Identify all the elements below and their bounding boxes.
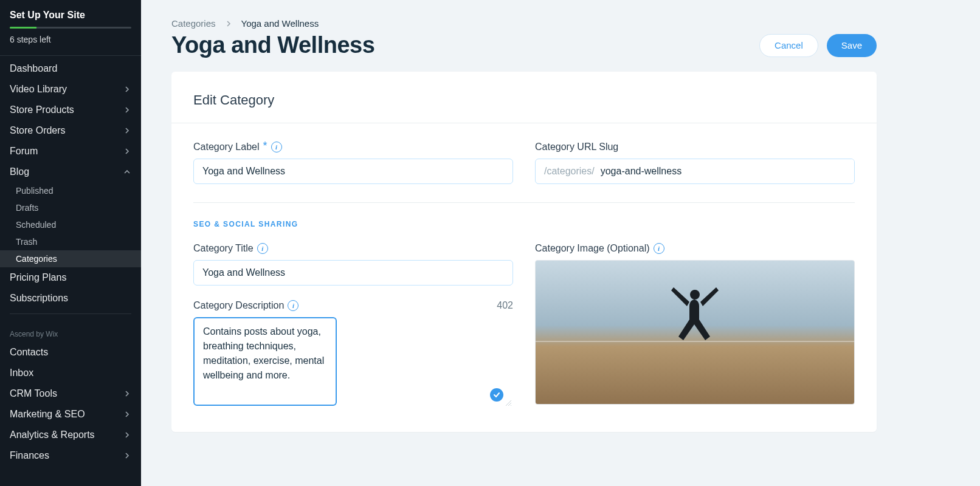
header-actions: Cancel Save (759, 34, 877, 57)
chevron-right-icon (224, 20, 233, 27)
char-count: 402 (497, 300, 513, 311)
info-icon[interactable]: i (654, 243, 664, 254)
info-icon[interactable]: i (288, 300, 298, 311)
sidebar-item-video-library[interactable]: Video Library (0, 79, 141, 100)
setup-steps-left: 6 steps left (10, 35, 131, 44)
chevron-right-icon (123, 126, 131, 135)
field-category-label: Category Label * i (193, 142, 513, 184)
category-slug-input[interactable] (601, 159, 854, 183)
sidebar-sub-label: Trash (16, 237, 37, 247)
setup-progress-track (10, 27, 131, 29)
sidebar-item-subscriptions[interactable]: Subscriptions (0, 288, 141, 309)
category-slug-label: Category URL Slug (535, 142, 855, 152)
sidebar-sub-label: Drafts (16, 203, 38, 213)
sidebar-item-label: Blog (10, 166, 29, 177)
category-label-input[interactable] (193, 159, 513, 184)
breadcrumb: Categories Yoga and Wellness (171, 18, 877, 29)
sidebar-item-label: Subscriptions (10, 293, 68, 304)
chevron-up-icon (123, 168, 131, 176)
sidebar-section-ascend-label: Ascend by Wix (0, 319, 141, 342)
field-label-text: Category Title (193, 243, 254, 254)
sidebar-item-label: Store Orders (10, 125, 66, 136)
card-divider (171, 123, 877, 123)
sidebar-item-pricing-plans[interactable]: Pricing Plans (0, 267, 141, 288)
sidebar-item-label: Forum (10, 146, 38, 157)
slug-prefix: /categories/ (536, 166, 601, 177)
required-asterisk: * (263, 140, 267, 151)
sidebar-sub-label: Published (16, 186, 53, 196)
field-label-text: Category Description (193, 300, 284, 311)
category-title-input[interactable] (193, 260, 513, 286)
setup-title: Set Up Your Site (10, 10, 131, 21)
chevron-right-icon (123, 451, 131, 460)
chevron-right-icon (123, 147, 131, 156)
chevron-right-icon (123, 85, 131, 94)
chevron-right-icon (123, 410, 131, 419)
sidebar-item-forum[interactable]: Forum (0, 141, 141, 162)
field-category-description: Category Description i 402 (193, 300, 513, 408)
sidebar-item-analytics-reports[interactable]: Analytics & Reports (0, 425, 141, 445)
edit-category-card: Edit Category Category Label * i Categor… (171, 72, 877, 432)
sidebar-item-label: Video Library (10, 84, 67, 95)
info-icon[interactable]: i (257, 243, 268, 254)
sidebar-item-label: Pricing Plans (10, 272, 66, 283)
main-content: Categories Yoga and Wellness Yoga and We… (141, 0, 980, 486)
sidebar-sub-trash[interactable]: Trash (0, 233, 141, 250)
seo-section-heading: SEO & SOCIAL SHARING (193, 220, 855, 228)
valid-check-icon (490, 388, 503, 402)
page-title: Yoga and Wellness (171, 32, 374, 58)
sidebar-item-blog[interactable]: Blog (0, 162, 141, 182)
sidebar-item-dashboard[interactable]: Dashboard (0, 58, 141, 79)
sidebar-divider (10, 313, 131, 314)
field-label-text: Category URL Slug (535, 142, 618, 152)
svg-point-0 (690, 290, 700, 299)
cancel-button[interactable]: Cancel (759, 34, 818, 57)
sidebar-item-label: Analytics & Reports (10, 430, 95, 440)
setup-progress-box[interactable]: Set Up Your Site 6 steps left (0, 0, 141, 56)
info-icon[interactable]: i (271, 142, 282, 152)
sidebar-item-label: Inbox (10, 368, 33, 378)
sidebar-item-label: Dashboard (10, 63, 57, 74)
category-description-label-row: Category Description i 402 (193, 300, 513, 311)
sidebar: Set Up Your Site 6 steps left Dashboard … (0, 0, 141, 486)
field-label-text: Category Image (Optional) (535, 243, 650, 254)
sidebar-item-label: Marketing & SEO (10, 409, 85, 420)
slug-input-wrap[interactable]: /categories/ (535, 159, 855, 184)
card-divider (193, 202, 855, 203)
sidebar-item-label: Contacts (10, 347, 48, 358)
sidebar-sub-published[interactable]: Published (0, 182, 141, 199)
breadcrumb-current: Yoga and Wellness (241, 18, 319, 29)
category-title-label: Category Title i (193, 243, 513, 254)
sidebar-sub-drafts[interactable]: Drafts (0, 199, 141, 216)
sidebar-sub-categories[interactable]: Categories (0, 250, 141, 267)
sidebar-sub-label: Scheduled (16, 220, 56, 230)
save-button[interactable]: Save (827, 34, 877, 57)
category-image-preview[interactable] (535, 260, 855, 405)
category-image-label: Category Image (Optional) i (535, 243, 855, 254)
sidebar-sub-label: Categories (16, 254, 57, 264)
sidebar-item-inbox[interactable]: Inbox (0, 363, 141, 383)
nav-section-main: Dashboard Video Library Store Products S… (0, 56, 141, 468)
card-heading: Edit Category (193, 92, 855, 108)
field-category-image: Category Image (Optional) i (535, 243, 855, 408)
sidebar-sub-scheduled[interactable]: Scheduled (0, 216, 141, 233)
field-category-title: Category Title i (193, 243, 513, 286)
sidebar-item-store-products[interactable]: Store Products (0, 100, 141, 120)
yoga-silhouette-icon (661, 284, 728, 369)
sidebar-item-contacts[interactable]: Contacts (0, 342, 141, 363)
chevron-right-icon (123, 431, 131, 439)
sidebar-item-label: Finances (10, 450, 49, 461)
category-label-label: Category Label * i (193, 142, 513, 152)
setup-progress-fill (10, 27, 36, 29)
sidebar-item-finances[interactable]: Finances (0, 445, 141, 466)
chevron-right-icon (123, 389, 131, 398)
category-description-textarea[interactable] (193, 317, 337, 406)
sidebar-item-marketing-seo[interactable]: Marketing & SEO (0, 404, 141, 425)
sidebar-item-crm-tools[interactable]: CRM Tools (0, 383, 141, 404)
sidebar-item-label: CRM Tools (10, 388, 57, 399)
breadcrumb-root[interactable]: Categories (171, 18, 216, 29)
page-header: Yoga and Wellness Cancel Save (171, 32, 877, 58)
sidebar-item-label: Store Products (10, 104, 74, 115)
sidebar-item-store-orders[interactable]: Store Orders (0, 120, 141, 141)
field-category-slug: Category URL Slug /categories/ (535, 142, 855, 184)
